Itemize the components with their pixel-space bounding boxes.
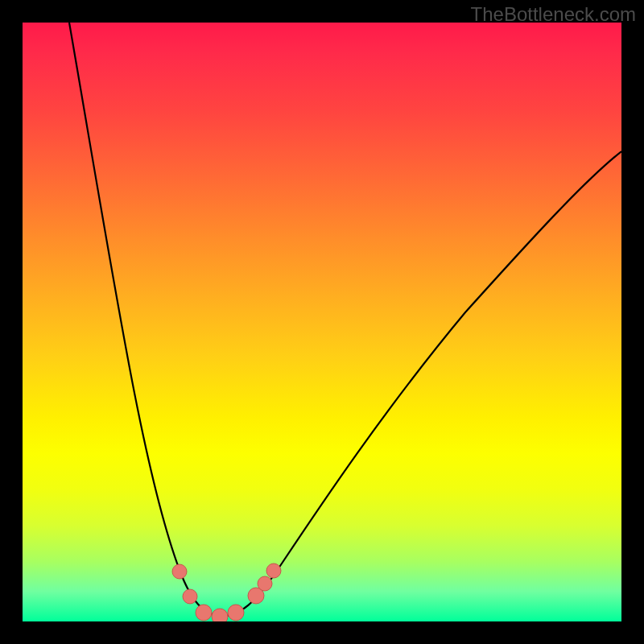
data-marker-3 xyxy=(212,609,228,621)
data-marker-1 xyxy=(183,589,197,604)
markers-group xyxy=(172,564,281,621)
data-marker-6 xyxy=(258,576,272,591)
curve-svg xyxy=(23,23,621,621)
chart-container: TheBottleneck.com xyxy=(0,0,644,644)
watermark-text: TheBottleneck.com xyxy=(471,3,636,26)
data-marker-4 xyxy=(228,605,244,621)
plot-area xyxy=(23,23,621,621)
data-marker-7 xyxy=(266,564,281,578)
bottleneck-curve xyxy=(69,23,621,616)
data-marker-0 xyxy=(172,564,187,579)
data-marker-2 xyxy=(196,605,212,621)
